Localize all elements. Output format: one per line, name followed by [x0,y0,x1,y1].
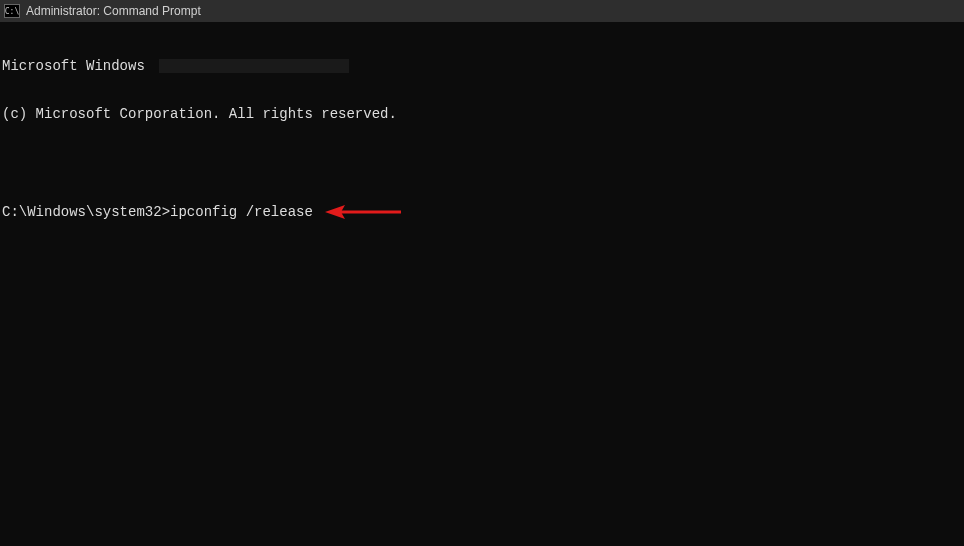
command-input[interactable]: ipconfig /release [170,204,313,220]
window-title: Administrator: Command Prompt [26,4,201,18]
prompt-path: C:\Windows\system32> [2,204,170,220]
copyright-text: (c) Microsoft Corporation. All rights re… [2,106,397,122]
arrow-icon [323,202,403,222]
terminal-output[interactable]: Microsoft Windows (c) Microsoft Corporat… [0,22,964,546]
arrow-annotation [323,202,403,222]
cmd-icon: C:\ [4,4,20,18]
blank-line [2,154,962,170]
version-line: Microsoft Windows [2,58,962,74]
copyright-line: (c) Microsoft Corporation. All rights re… [2,106,962,122]
redacted-version [159,59,349,73]
version-text: Microsoft Windows [2,58,153,74]
window-titlebar[interactable]: C:\ Administrator: Command Prompt [0,0,964,22]
prompt-line: C:\Windows\system32>ipconfig /release [2,202,962,222]
